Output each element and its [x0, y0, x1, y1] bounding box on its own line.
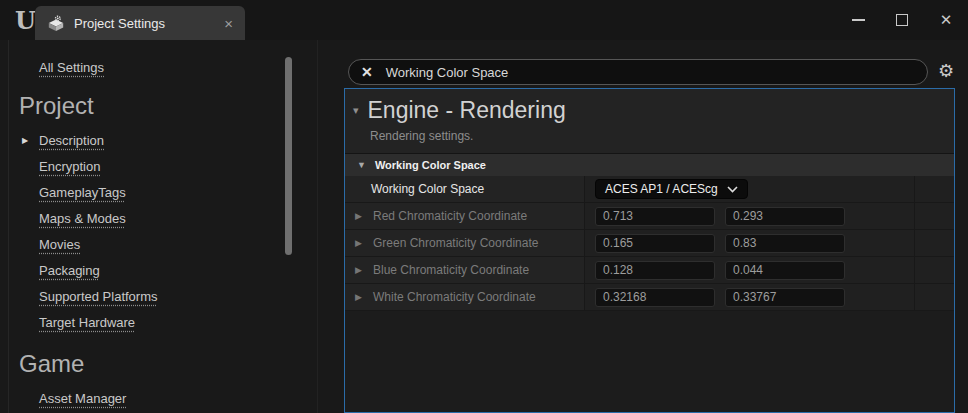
section-label: Working Color Space	[375, 159, 486, 171]
engine-rendering-panel: ▾ Engine - Rendering Rendering settings.…	[344, 88, 955, 413]
property-label-cell: ▶ Red Chromaticity Coordinate	[345, 203, 584, 229]
sidebar-item-packaging[interactable]: Packaging	[39, 258, 100, 284]
property-label: Working Color Space	[371, 182, 484, 196]
maximize-icon	[896, 14, 908, 26]
row-extra-cell	[914, 203, 954, 229]
panel-collapse-icon[interactable]: ▾	[353, 104, 359, 117]
minimize-icon	[852, 19, 865, 21]
property-row-red-chromaticity: ▶ Red Chromaticity Coordinate 0.713 0.29…	[345, 203, 954, 230]
project-settings-window: U Project Settings × ✕ All Settings	[0, 0, 968, 413]
section-collapse-icon: ▼	[357, 160, 366, 170]
panel-title: Engine - Rendering	[368, 97, 566, 124]
minimize-button[interactable]	[836, 0, 880, 40]
property-label: Red Chromaticity Coordinate	[373, 209, 527, 223]
expand-arrow-icon[interactable]: ▶	[355, 211, 362, 221]
property-row-white-chromaticity: ▶ White Chromaticity Coordinate 0.32168 …	[345, 284, 954, 311]
working-color-space-dropdown[interactable]: ACES AP1 / ACEScg	[595, 179, 748, 199]
green-x-value-field[interactable]: 0.165	[595, 234, 715, 253]
blue-x-value-field[interactable]: 0.128	[595, 261, 715, 280]
row-extra-cell	[914, 176, 954, 202]
sidebar-item-description[interactable]: ▶Description	[39, 128, 104, 154]
property-row-working-color-space: Working Color Space ACES AP1 / ACEScg	[345, 176, 954, 203]
property-value-cell: 0.713 0.293	[584, 203, 914, 229]
property-value-cell: 0.128 0.044	[584, 257, 914, 283]
property-label: White Chromaticity Coordinate	[373, 290, 536, 304]
white-y-value-field[interactable]: 0.33767	[725, 288, 845, 307]
sidebar-heading-project: Project	[19, 92, 317, 120]
chevron-down-icon	[727, 186, 738, 193]
row-extra-cell	[914, 284, 954, 310]
sidebar-list: All Settings Project ▶Description Encryp…	[9, 40, 317, 412]
panel-subtitle: Rendering settings.	[370, 129, 954, 143]
section-working-color-space[interactable]: ▼ Working Color Space	[345, 153, 954, 176]
property-label-cell: Working Color Space	[345, 176, 584, 202]
project-settings-icon	[47, 14, 65, 32]
title-bar: U Project Settings × ✕	[0, 0, 968, 40]
property-label-cell: ▶ Blue Chromaticity Coordinate	[345, 257, 584, 283]
property-label-cell: ▶ Green Chromaticity Coordinate	[345, 230, 584, 256]
sidebar-item-encryption[interactable]: Encryption	[39, 154, 100, 180]
white-x-value-field[interactable]: 0.32168	[595, 288, 715, 307]
property-value-cell: ACES AP1 / ACEScg	[584, 176, 914, 202]
sidebar-scrollbar-thumb[interactable]	[285, 57, 292, 255]
sidebar-item-gameplaytags[interactable]: GameplayTags	[39, 180, 126, 206]
close-button[interactable]: ✕	[924, 0, 968, 40]
sidebar-heading-game: Game	[19, 350, 317, 378]
blue-y-value-field[interactable]: 0.044	[725, 261, 845, 280]
panel-header: ▾ Engine - Rendering Rendering settings.	[345, 89, 954, 153]
settings-search-input[interactable]: ✕ Working Color Space	[348, 59, 928, 85]
sidebar-item-asset-manager[interactable]: Asset Manager	[39, 386, 126, 412]
property-row-green-chromaticity: ▶ Green Chromaticity Coordinate 0.165 0.…	[345, 230, 954, 257]
tab-project-settings[interactable]: Project Settings ×	[35, 6, 245, 40]
sidebar-item-all-settings[interactable]: All Settings	[39, 58, 104, 78]
sidebar-main-divider	[317, 40, 318, 413]
red-y-value-field[interactable]: 0.293	[725, 207, 845, 226]
settings-gear-icon[interactable]: ⚙	[933, 58, 959, 84]
row-extra-cell	[914, 230, 954, 256]
window-controls: ✕	[836, 0, 968, 40]
expand-arrow-icon[interactable]: ▶	[355, 238, 362, 248]
green-y-value-field[interactable]: 0.83	[725, 234, 845, 253]
close-icon: ✕	[940, 11, 953, 29]
red-x-value-field[interactable]: 0.713	[595, 207, 715, 226]
sidebar-item-label: Description	[39, 133, 104, 148]
tab-label: Project Settings	[74, 16, 215, 31]
property-label: Green Chromaticity Coordinate	[373, 236, 538, 250]
clear-search-icon[interactable]: ✕	[361, 65, 373, 79]
sidebar-item-movies[interactable]: Movies	[39, 232, 80, 258]
sidebar-item-maps-modes[interactable]: Maps & Modes	[39, 206, 126, 232]
dropdown-value: ACES AP1 / ACEScg	[605, 182, 718, 196]
row-extra-cell	[914, 257, 954, 283]
property-value-cell: 0.32168 0.33767	[584, 284, 914, 310]
tab-close-icon[interactable]: ×	[224, 16, 233, 31]
selected-item-marker-icon: ▶	[22, 128, 28, 154]
property-row-blue-chromaticity: ▶ Blue Chromaticity Coordinate 0.128 0.0…	[345, 257, 954, 284]
unreal-engine-logo-icon: U	[15, 6, 36, 35]
property-label-cell: ▶ White Chromaticity Coordinate	[345, 284, 584, 310]
property-label: Blue Chromaticity Coordinate	[373, 263, 529, 277]
property-value-cell: 0.165 0.83	[584, 230, 914, 256]
expand-arrow-icon[interactable]: ▶	[355, 265, 362, 275]
settings-sidebar: All Settings Project ▶Description Encryp…	[8, 40, 317, 413]
sidebar-item-target-hardware[interactable]: Target Hardware	[39, 310, 135, 336]
maximize-button[interactable]	[880, 0, 924, 40]
expand-arrow-icon[interactable]: ▶	[355, 292, 362, 302]
search-query-text: Working Color Space	[386, 65, 509, 80]
sidebar-item-supported-platforms[interactable]: Supported Platforms	[39, 284, 158, 310]
